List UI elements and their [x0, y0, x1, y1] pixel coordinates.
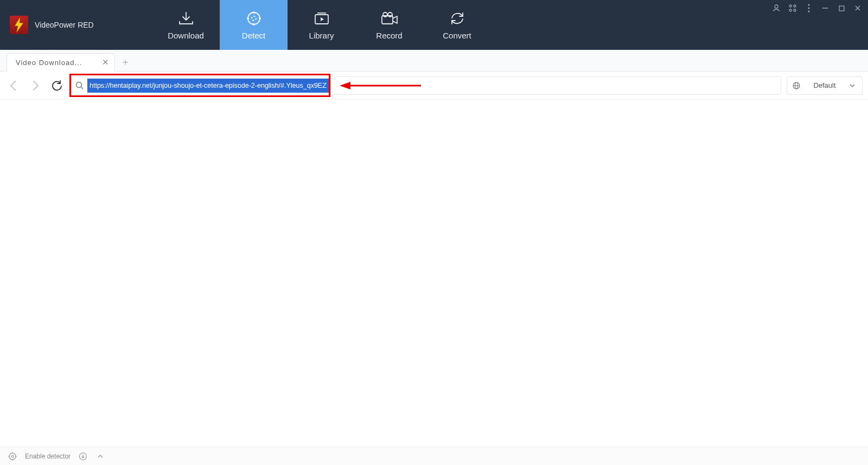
app-logo-icon — [10, 16, 28, 34]
nav-library-label: Library — [309, 31, 334, 40]
download-icon — [177, 10, 195, 27]
reload-button[interactable] — [49, 78, 65, 94]
library-icon — [312, 10, 331, 27]
quality-selected-label: Default — [813, 81, 835, 89]
nav-convert[interactable]: Convert — [423, 0, 491, 50]
menu-icon[interactable] — [804, 3, 814, 13]
back-button[interactable] — [5, 78, 22, 94]
close-button[interactable] — [853, 3, 863, 13]
nav-library[interactable]: Library — [288, 0, 355, 50]
nav-record-label: Record — [376, 31, 402, 40]
convert-icon — [448, 10, 467, 27]
nav-download-label: Download — [168, 31, 204, 40]
detector-label[interactable]: Enable detector — [25, 453, 71, 460]
chevron-up-icon[interactable] — [95, 451, 105, 461]
svg-line-25 — [81, 87, 83, 89]
svg-point-31 — [9, 453, 16, 460]
browser-toolbar: https://hentaiplay.net/junjou-shoujo-et-… — [0, 72, 868, 100]
new-tab-button[interactable]: ＋ — [118, 55, 132, 69]
app-header: VideoPower RED Download Detect — [0, 0, 868, 50]
download-indicator-icon[interactable] — [78, 451, 88, 461]
detect-icon — [245, 10, 263, 27]
tab-title: Video Download... — [16, 59, 97, 67]
window-controls — [771, 3, 863, 13]
svg-point-24 — [76, 82, 81, 88]
svg-point-18 — [808, 7, 809, 9]
apps-icon[interactable] — [788, 3, 797, 13]
nav-detect-label: Detect — [242, 31, 265, 40]
svg-point-14 — [794, 5, 796, 7]
detector-target-icon[interactable] — [8, 451, 17, 461]
globe-icon — [793, 82, 800, 89]
svg-point-17 — [808, 4, 809, 5]
svg-point-12 — [775, 5, 778, 8]
svg-marker-8 — [321, 17, 324, 21]
nav-record[interactable]: Record — [355, 0, 423, 50]
quality-dropdown[interactable]: Default — [787, 76, 863, 95]
chevron-down-icon — [849, 82, 856, 89]
svg-point-13 — [789, 5, 792, 7]
svg-point-1 — [248, 12, 260, 24]
svg-point-32 — [11, 455, 14, 457]
tab-strip: Video Download... ✕ ＋ — [0, 50, 868, 72]
svg-rect-21 — [839, 6, 844, 11]
record-icon — [380, 10, 399, 27]
maximize-button[interactable] — [837, 3, 846, 13]
address-bar[interactable]: https://hentaiplay.net/junjou-shoujo-et-… — [71, 76, 781, 95]
nav-detect[interactable]: Detect — [220, 0, 288, 50]
nav-convert-label: Convert — [443, 31, 471, 40]
minimize-button[interactable] — [820, 3, 830, 13]
svg-point-19 — [808, 10, 809, 12]
browser-tab[interactable]: Video Download... ✕ — [7, 53, 115, 72]
forward-button[interactable] — [27, 78, 43, 94]
search-icon — [71, 81, 87, 89]
logo-area: VideoPower RED — [0, 0, 152, 50]
app-title: VideoPower RED — [35, 21, 94, 29]
main-nav: Download Detect Library — [152, 0, 491, 50]
status-bar: Enable detector — [0, 447, 868, 465]
svg-point-16 — [794, 9, 796, 11]
svg-point-2 — [252, 16, 256, 21]
tab-close-icon[interactable]: ✕ — [102, 57, 109, 67]
account-icon[interactable] — [771, 3, 781, 13]
nav-download[interactable]: Download — [152, 0, 220, 50]
svg-marker-0 — [15, 18, 23, 33]
svg-point-15 — [789, 9, 792, 11]
browser-viewport — [0, 100, 868, 447]
